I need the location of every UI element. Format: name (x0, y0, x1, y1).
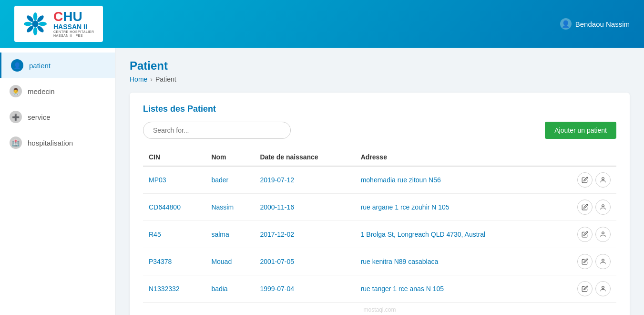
profile-button[interactable] (595, 254, 611, 269)
table-row: MP03 bader 2019-07-12 mohemadia rue zito… (143, 166, 616, 194)
svg-point-10 (602, 205, 604, 207)
svg-point-12 (602, 259, 604, 262)
svg-point-3 (39, 22, 47, 26)
cell-adresse: rue tanger 1 rce anas N 105 (355, 275, 552, 303)
edit-button[interactable] (577, 200, 593, 215)
cell-cin: N1332332 (143, 275, 205, 303)
action-buttons (557, 200, 611, 215)
sidebar-label-patient: patient (29, 62, 51, 70)
edit-button[interactable] (577, 254, 593, 269)
logo-text: CHU HASSAN II CENTRE HOSPITALIER HASSAN … (53, 10, 96, 38)
watermark: mostaqi.com (143, 303, 616, 315)
svg-point-7 (24, 22, 32, 26)
edit-button[interactable] (577, 227, 593, 242)
table-header: CIN Nom Date de naissance Adresse (143, 148, 616, 166)
search-input[interactable] (143, 122, 291, 139)
table-body: MP03 bader 2019-07-12 mohemadia rue zito… (143, 166, 616, 303)
logo-chu: CHU HASSAN II (53, 10, 96, 30)
cell-actions (552, 166, 616, 194)
user-info: 👤 Bendaou Nassim (560, 18, 630, 30)
toolbar: Ajouter un patient (143, 122, 616, 139)
cell-actions (552, 194, 616, 221)
top-header: CHU HASSAN II CENTRE HOSPITALIER HASSAN … (0, 0, 644, 48)
action-buttons (557, 227, 611, 242)
sidebar-item-hospitalisation[interactable]: 🏥 hospitalisation (0, 130, 115, 156)
col-nom: Nom (205, 148, 254, 166)
card-title-highlight: Patient (187, 104, 216, 114)
service-icon: ➕ (10, 111, 22, 123)
card-title-prefix: Listes des (143, 104, 187, 114)
table-row: N1332332 badia 1999-07-04 rue tanger 1 r… (143, 275, 616, 303)
cell-actions (552, 248, 616, 275)
cell-dob: 2001-07-05 (254, 248, 355, 275)
breadcrumb: Home › Patient (130, 75, 630, 83)
logo-subtitle: CENTRE HOSPITALIER HASSAN II - FES (53, 30, 96, 38)
cell-dob: 1999-07-04 (254, 275, 355, 303)
breadcrumb-home[interactable]: Home (130, 75, 147, 83)
action-buttons (557, 172, 611, 188)
cell-dob: 2000-11-16 (254, 194, 355, 221)
profile-button[interactable] (595, 172, 611, 188)
breadcrumb-current: Patient (155, 75, 176, 83)
profile-button[interactable] (595, 200, 611, 215)
sidebar-item-medecin[interactable]: 👨‍⚕️ medecin (0, 78, 115, 104)
breadcrumb-separator: › (150, 75, 153, 83)
sidebar-item-patient[interactable]: 👤 patient (0, 52, 115, 78)
svg-point-9 (602, 178, 604, 180)
cell-nom: salma (205, 221, 254, 248)
logo-icon (21, 10, 50, 38)
cell-adresse: rue kenitra N89 casablaca (355, 248, 552, 275)
svg-point-13 (602, 286, 604, 289)
action-buttons (557, 281, 611, 296)
patient-icon: 👤 (11, 59, 23, 72)
cell-nom: badia (205, 275, 254, 303)
cell-nom: Nassim (205, 194, 254, 221)
svg-point-11 (602, 232, 604, 234)
col-adresse: Adresse (355, 148, 552, 166)
cell-adresse: rue argane 1 rce zouhir N 105 (355, 194, 552, 221)
logo-area: CHU HASSAN II CENTRE HOSPITALIER HASSAN … (14, 6, 103, 42)
cell-cin: CD644800 (143, 194, 205, 221)
user-icon: 👤 (560, 18, 572, 30)
col-actions (552, 148, 616, 166)
sidebar-label-hospitalisation: hospitalisation (28, 139, 73, 147)
col-cin: CIN (143, 148, 205, 166)
cell-actions (552, 221, 616, 248)
cell-nom: Mouad (205, 248, 254, 275)
sidebar-label-medecin: medecin (28, 87, 55, 95)
col-dob: Date de naissance (254, 148, 355, 166)
action-buttons (557, 254, 611, 269)
patient-card: Listes des Patient Ajouter un patient CI… (130, 93, 630, 315)
svg-point-5 (33, 27, 38, 35)
profile-button[interactable] (595, 281, 611, 296)
cell-adresse: mohemadia rue zitoun N56 (355, 166, 552, 194)
profile-button[interactable] (595, 227, 611, 242)
main-layout: 👤 patient 👨‍⚕️ medecin ➕ service 🏥 hospi… (0, 48, 644, 315)
cell-actions (552, 275, 616, 303)
table-row: R45 salma 2017-12-02 1 Brolga St, Longre… (143, 221, 616, 248)
table-row: CD644800 Nassim 2000-11-16 rue argane 1 … (143, 194, 616, 221)
sidebar-label-service: service (28, 113, 51, 121)
sidebar: 👤 patient 👨‍⚕️ medecin ➕ service 🏥 hospi… (0, 48, 115, 315)
cell-adresse: 1 Brolga St, Longreach QLD 4730, Austral (355, 221, 552, 248)
svg-point-0 (32, 21, 39, 27)
user-name: Bendaou Nassim (575, 20, 630, 28)
add-patient-button[interactable]: Ajouter un patient (545, 122, 616, 139)
edit-button[interactable] (577, 281, 593, 296)
cell-cin: MP03 (143, 166, 205, 194)
table-row: P34378 Mouad 2001-07-05 rue kenitra N89 … (143, 248, 616, 275)
cell-cin: P34378 (143, 248, 205, 275)
svg-point-1 (33, 12, 38, 21)
content-area: Patient Home › Patient Listes des Patien… (115, 48, 644, 315)
medecin-icon: 👨‍⚕️ (10, 85, 22, 97)
table-header-row: CIN Nom Date de naissance Adresse (143, 148, 616, 166)
cell-cin: R45 (143, 221, 205, 248)
cell-dob: 2017-12-02 (254, 221, 355, 248)
patient-table: CIN Nom Date de naissance Adresse MP03 b… (143, 148, 616, 303)
sidebar-item-service[interactable]: ➕ service (0, 104, 115, 130)
card-title: Listes des Patient (143, 104, 616, 114)
cell-dob: 2019-07-12 (254, 166, 355, 194)
cell-nom: bader (205, 166, 254, 194)
page-title: Patient (130, 59, 630, 73)
edit-button[interactable] (577, 172, 593, 188)
